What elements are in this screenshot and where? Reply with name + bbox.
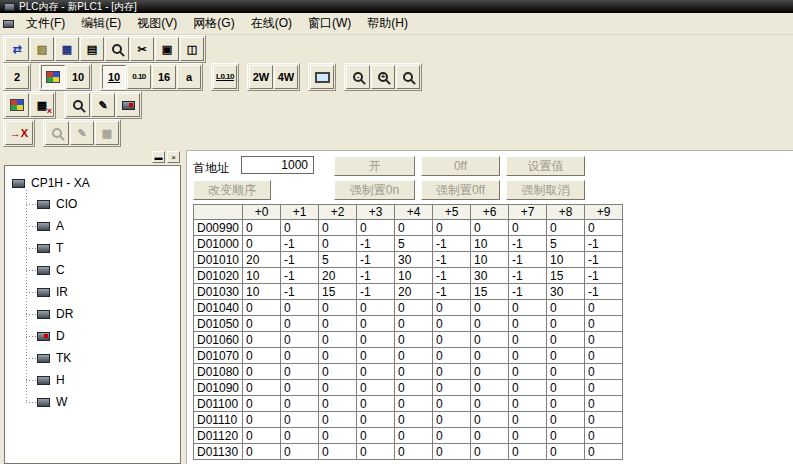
cell[interactable]: 0 bbox=[395, 348, 433, 364]
tree-item-dr[interactable]: DR bbox=[21, 303, 178, 325]
cell[interactable]: 0 bbox=[357, 348, 395, 364]
cell[interactable]: -1 bbox=[585, 252, 623, 268]
tree-item-cio[interactable]: CIO bbox=[21, 193, 178, 215]
cell[interactable]: 10 bbox=[471, 236, 509, 252]
set-value-button[interactable]: 设置值 bbox=[506, 156, 585, 176]
cell[interactable]: 0 bbox=[433, 444, 471, 460]
cell[interactable]: 0 bbox=[243, 220, 281, 236]
view-values-button[interactable] bbox=[66, 93, 90, 117]
cell[interactable]: 0 bbox=[433, 220, 471, 236]
fixed-decimal-button[interactable]: 0.10 bbox=[127, 65, 151, 89]
clear-force-button[interactable]: →X bbox=[5, 121, 33, 145]
hex-display-button[interactable]: 16 bbox=[152, 65, 176, 89]
cell[interactable]: 0 bbox=[585, 332, 623, 348]
cell[interactable]: -1 bbox=[357, 252, 395, 268]
cell[interactable]: 0 bbox=[357, 316, 395, 332]
cell[interactable]: 5 bbox=[547, 236, 585, 252]
cell[interactable]: -1 bbox=[509, 268, 547, 284]
cell[interactable]: 0 bbox=[243, 300, 281, 316]
cell[interactable]: 30 bbox=[471, 268, 509, 284]
cell[interactable]: 0 bbox=[395, 396, 433, 412]
cell[interactable]: 0 bbox=[357, 396, 395, 412]
cell[interactable]: 0 bbox=[395, 300, 433, 316]
cell[interactable]: -1 bbox=[357, 236, 395, 252]
cell[interactable]: 0 bbox=[319, 364, 357, 380]
cell[interactable]: 0 bbox=[509, 428, 547, 444]
cell[interactable]: -1 bbox=[433, 252, 471, 268]
cell[interactable]: 0 bbox=[509, 332, 547, 348]
cell[interactable]: 0 bbox=[433, 380, 471, 396]
edit-disabled-button[interactable]: ✎ bbox=[70, 121, 94, 145]
cell[interactable]: 0 bbox=[243, 332, 281, 348]
start-address-input[interactable] bbox=[241, 156, 314, 174]
cell[interactable]: 0 bbox=[547, 396, 585, 412]
grid-disabled-button[interactable]: ▦ bbox=[95, 121, 119, 145]
cell[interactable]: 0 bbox=[357, 444, 395, 460]
cell[interactable]: 0 bbox=[243, 444, 281, 460]
cell[interactable]: 0 bbox=[319, 444, 357, 460]
tree-item-tk[interactable]: TK bbox=[21, 347, 178, 369]
cell[interactable]: 0 bbox=[585, 348, 623, 364]
cell[interactable]: 0 bbox=[547, 428, 585, 444]
cell[interactable]: 0 bbox=[395, 316, 433, 332]
cell[interactable]: 0 bbox=[395, 444, 433, 460]
cell[interactable]: 0 bbox=[319, 236, 357, 252]
cell[interactable]: 0 bbox=[281, 300, 319, 316]
edit-values-button[interactable]: ✎ bbox=[91, 93, 115, 117]
tree-item-ir[interactable]: IR bbox=[21, 281, 178, 303]
cell[interactable]: 20 bbox=[243, 252, 281, 268]
cell[interactable]: 0 bbox=[471, 332, 509, 348]
cell[interactable]: 0 bbox=[547, 412, 585, 428]
zoom-out-button[interactable]: - bbox=[346, 65, 370, 89]
cell[interactable]: 0 bbox=[509, 348, 547, 364]
menu-window[interactable]: 窗口(W) bbox=[300, 12, 359, 35]
cell[interactable]: 0 bbox=[319, 316, 357, 332]
cell[interactable]: 0 bbox=[585, 444, 623, 460]
force-on-button[interactable]: 强制置0n bbox=[334, 180, 415, 200]
cell[interactable]: 0 bbox=[319, 380, 357, 396]
tree-item-h[interactable]: H bbox=[21, 369, 178, 391]
cell[interactable]: -1 bbox=[585, 268, 623, 284]
save-button[interactable]: ▦ bbox=[55, 37, 79, 61]
cell[interactable]: 0 bbox=[395, 220, 433, 236]
menu-online[interactable]: 在线(O) bbox=[243, 12, 300, 35]
menu-view[interactable]: 视图(V) bbox=[129, 12, 185, 35]
cell[interactable]: 0 bbox=[433, 412, 471, 428]
cell[interactable]: 0 bbox=[243, 364, 281, 380]
cell[interactable]: 0 bbox=[243, 396, 281, 412]
cell[interactable]: 0 bbox=[509, 364, 547, 380]
cell[interactable]: 0 bbox=[471, 300, 509, 316]
cell[interactable]: -1 bbox=[509, 236, 547, 252]
cell[interactable]: 0 bbox=[281, 396, 319, 412]
cell[interactable]: 0 bbox=[319, 300, 357, 316]
zoom-in-button[interactable]: + bbox=[371, 65, 395, 89]
cell[interactable]: 0 bbox=[357, 332, 395, 348]
cell[interactable]: 5 bbox=[319, 252, 357, 268]
cell[interactable]: 0 bbox=[471, 316, 509, 332]
cell[interactable]: 0 bbox=[319, 428, 357, 444]
signed-decimal-button[interactable]: 10 bbox=[102, 65, 126, 89]
monitor-start-button[interactable] bbox=[5, 93, 29, 117]
monitor-screen-button[interactable] bbox=[310, 65, 334, 89]
cell[interactable]: 0 bbox=[509, 444, 547, 460]
cell[interactable]: 0 bbox=[433, 428, 471, 444]
cell[interactable]: 0 bbox=[357, 364, 395, 380]
cell[interactable]: 0 bbox=[547, 380, 585, 396]
cell[interactable]: 0 bbox=[433, 316, 471, 332]
text-display-button[interactable]: a bbox=[177, 65, 201, 89]
cell[interactable]: 0 bbox=[471, 444, 509, 460]
cell[interactable]: 0 bbox=[281, 220, 319, 236]
cell[interactable]: 0 bbox=[509, 316, 547, 332]
cell[interactable]: 0 bbox=[433, 332, 471, 348]
cell[interactable]: 0 bbox=[433, 364, 471, 380]
off-button[interactable]: 0ff bbox=[421, 156, 500, 176]
four-word-button[interactable]: 4W bbox=[274, 65, 298, 89]
menu-edit[interactable]: 编辑(E) bbox=[73, 12, 129, 35]
zoom-reset-button[interactable] bbox=[396, 65, 420, 89]
cell[interactable]: 0 bbox=[243, 316, 281, 332]
cell[interactable]: 0 bbox=[395, 332, 433, 348]
cell[interactable]: 0 bbox=[395, 364, 433, 380]
force-status-button[interactable] bbox=[116, 93, 140, 117]
cell[interactable]: -1 bbox=[281, 236, 319, 252]
cell[interactable]: 0 bbox=[509, 396, 547, 412]
